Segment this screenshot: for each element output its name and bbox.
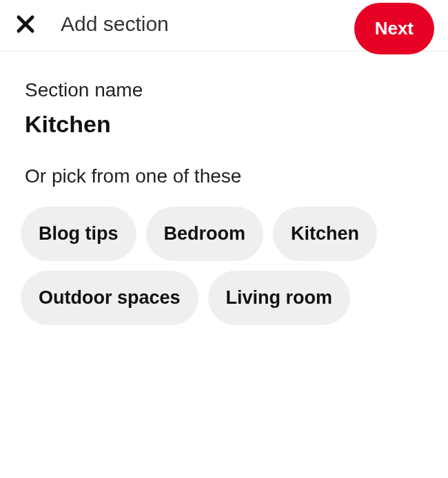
suggestion-chip[interactable]: Kitchen [273,207,377,261]
suggestion-chip[interactable]: Bedroom [146,207,264,261]
section-name-input[interactable] [25,111,423,138]
pick-from-label: Or pick from one of these [25,165,423,187]
suggestion-chip[interactable]: Outdoor spaces [21,271,198,325]
next-button[interactable]: Next [354,3,434,54]
close-icon[interactable] [14,12,37,36]
suggestions-container: Blog tips Bedroom Kitchen Outdoor spaces… [21,207,423,325]
page-title: Add section [61,12,169,36]
header: Add section Next [0,0,448,52]
suggestion-chip[interactable]: Blog tips [21,207,136,261]
suggestion-chip[interactable]: Living room [208,271,351,325]
content: Section name Or pick from one of these B… [0,52,448,353]
section-name-label: Section name [25,79,423,101]
